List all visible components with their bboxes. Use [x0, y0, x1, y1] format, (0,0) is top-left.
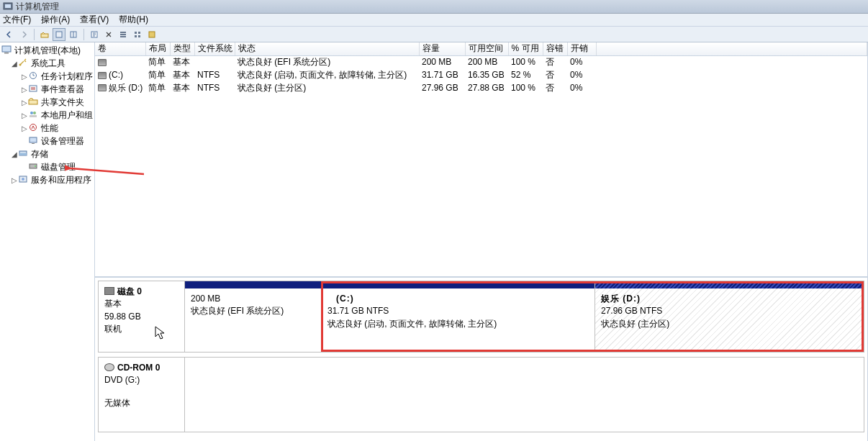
collapse-icon[interactable]: ◢: [10, 60, 18, 68]
partition-d[interactable]: 娱乐 (D:) 27.96 GB NTFS 状态良好 (主分区): [595, 281, 864, 352]
storage-icon: [18, 149, 30, 159]
svg-rect-3: [56, 32, 62, 37]
svg-rect-15: [2, 46, 11, 52]
menu-action[interactable]: 操作(A): [41, 14, 70, 26]
tree-shared-folders[interactable]: ▷ 共享文件夹: [0, 96, 94, 109]
expand-icon[interactable]: ▷: [20, 112, 28, 119]
col-layout[interactable]: 布局: [145, 42, 170, 55]
cell-status: 状态良好 (主分区): [235, 81, 419, 94]
expand-icon[interactable]: ▷: [20, 124, 28, 132]
col-status[interactable]: 状态: [235, 42, 419, 55]
menu-file[interactable]: 文件(F): [3, 14, 31, 26]
expand-icon[interactable]: ▷: [20, 86, 28, 94]
cell-fs: [194, 55, 235, 68]
tree-root[interactable]: 计算机管理(本地): [0, 44, 94, 57]
cell-status: 状态良好 (EFI 系统分区): [235, 55, 419, 68]
expand-icon[interactable]: ▷: [10, 176, 18, 184]
partition-efi[interactable]: 200 MB 状态良好 (EFI 系统分区): [185, 281, 322, 352]
toolbar-separator: [83, 29, 84, 40]
svg-rect-25: [30, 137, 37, 142]
disk-type: DVD (G:): [104, 374, 178, 386]
users-icon: [28, 110, 40, 120]
tree-local-users[interactable]: ▷ 本地用户和组: [0, 109, 94, 122]
computer-icon: [1, 45, 13, 55]
col-free[interactable]: 可用空间: [465, 42, 508, 55]
cell-overhead: 0%: [567, 68, 596, 81]
tree-performance[interactable]: ▷ 性能: [0, 122, 94, 135]
cell-type: 基本: [170, 68, 194, 81]
disk-graphical-view[interactable]: 磁盘 0 基本 59.88 GB 联机 200 MB: [95, 278, 867, 441]
device-icon: [28, 136, 40, 146]
volume-row[interactable]: 简单 基本 状态良好 (EFI 系统分区) 200 MB 200 MB 100 …: [95, 55, 867, 68]
disk-info[interactable]: CD-ROM 0 DVD (G:) 无媒体: [99, 358, 185, 432]
volume-icon: [98, 84, 107, 91]
refresh-button[interactable]: [67, 28, 80, 41]
tree-task-scheduler[interactable]: ▷ 任务计划程序: [0, 70, 94, 83]
up-button[interactable]: [38, 28, 51, 41]
disk-state: 无媒体: [104, 397, 178, 409]
disk-size: 59.88 GB: [104, 311, 178, 323]
tree-label: 事件查看器: [41, 83, 84, 96]
tree-system-tools[interactable]: ◢ 系统工具: [0, 57, 94, 70]
tree-label: 服务和应用程序: [31, 174, 91, 186]
expand-icon[interactable]: ▷: [20, 73, 28, 81]
volume-row[interactable]: 娱乐 (D:) 简单 基本 NTFS 状态良好 (主分区) 27.96 GB 2…: [95, 81, 867, 94]
tree-services-apps[interactable]: ▷ 服务和应用程序: [0, 173, 94, 186]
menu-view[interactable]: 查看(V): [80, 14, 109, 26]
list-view-button[interactable]: [117, 28, 130, 41]
svg-point-21: [30, 112, 33, 114]
back-button[interactable]: [3, 28, 16, 41]
disk-partitions: 200 MB 状态良好 (EFI 系统分区) (C:) 31.71 GB NTF…: [185, 281, 864, 352]
volume-row[interactable]: (C:) 简单 基本 NTFS 状态良好 (启动, 页面文件, 故障转储, 主分…: [95, 68, 867, 81]
col-capacity[interactable]: 容量: [419, 42, 465, 55]
detail-view-button[interactable]: [131, 28, 144, 41]
tree-disk-management[interactable]: ▷ 磁盘管理: [0, 160, 94, 173]
partition-stripe: [595, 281, 864, 288]
col-volume[interactable]: 卷: [95, 42, 145, 55]
svg-rect-10: [135, 32, 137, 34]
cell-fault: 否: [543, 81, 567, 94]
forward-button[interactable]: [17, 28, 30, 41]
cell-free: 200 MB: [465, 55, 508, 68]
col-fault[interactable]: 容错: [543, 42, 567, 55]
clock-icon: [28, 71, 40, 81]
cell-capacity: 31.71 GB: [419, 68, 465, 81]
export-button[interactable]: [88, 28, 101, 41]
svg-rect-20: [29, 100, 37, 104]
column-headers[interactable]: 卷 布局 类型 文件系统 状态 容量 可用空间 % 可用 容错 开销: [95, 42, 867, 55]
svg-rect-11: [138, 32, 140, 34]
partition-size: 27.96 GB NTFS: [601, 305, 858, 317]
volume-list[interactable]: 卷 布局 类型 文件系统 状态 容量 可用空间 % 可用 容错 开销: [95, 42, 867, 278]
partition-c[interactable]: (C:) 31.71 GB NTFS 状态良好 (启动, 页面文件, 故障转储,…: [322, 281, 595, 352]
disk-row-cdrom[interactable]: CD-ROM 0 DVD (G:) 无媒体: [98, 357, 864, 432]
delete-button[interactable]: [102, 28, 115, 41]
disk-row-0[interactable]: 磁盘 0 基本 59.88 GB 联机 200 MB: [98, 281, 864, 353]
disk-info[interactable]: 磁盘 0 基本 59.88 GB 联机: [99, 281, 185, 352]
col-pctfree[interactable]: % 可用: [508, 42, 543, 55]
tree-storage[interactable]: ◢ 存储: [0, 147, 94, 160]
col-type[interactable]: 类型: [170, 42, 194, 55]
nav-tree[interactable]: 计算机管理(本地) ◢ 系统工具 ▷ 任务计划程序 ▷ 事件查看器 ▷ 共享文件…: [0, 42, 95, 441]
cell-free: 16.35 GB: [465, 68, 508, 81]
partition-size: 200 MB: [191, 293, 315, 305]
svg-rect-28: [19, 153, 27, 155]
properties-button[interactable]: [53, 28, 65, 41]
menu-help[interactable]: 帮助(H): [119, 14, 148, 26]
cell-volume: (C:): [109, 70, 123, 80]
window-title: 计算机管理: [16, 1, 59, 13]
tree-root-label: 计算机管理(本地): [14, 45, 81, 57]
col-filesystem[interactable]: 文件系统: [194, 42, 235, 55]
tree-label: 性能: [41, 122, 58, 135]
col-overhead[interactable]: 开销: [567, 42, 596, 55]
svg-point-17: [19, 64, 22, 66]
help-button[interactable]: [145, 28, 158, 41]
disk-type: 基本: [104, 298, 178, 310]
cell-volume: 娱乐 (D:): [109, 83, 143, 93]
tree-label: 共享文件夹: [41, 96, 84, 109]
collapse-icon[interactable]: ◢: [10, 150, 18, 158]
tree-event-viewer[interactable]: ▷ 事件查看器: [0, 83, 94, 96]
expand-icon[interactable]: ▷: [20, 99, 28, 106]
cell-fault: 否: [543, 55, 567, 68]
cell-type: 基本: [170, 81, 194, 94]
tree-device-manager[interactable]: ▷ 设备管理器: [0, 135, 94, 147]
